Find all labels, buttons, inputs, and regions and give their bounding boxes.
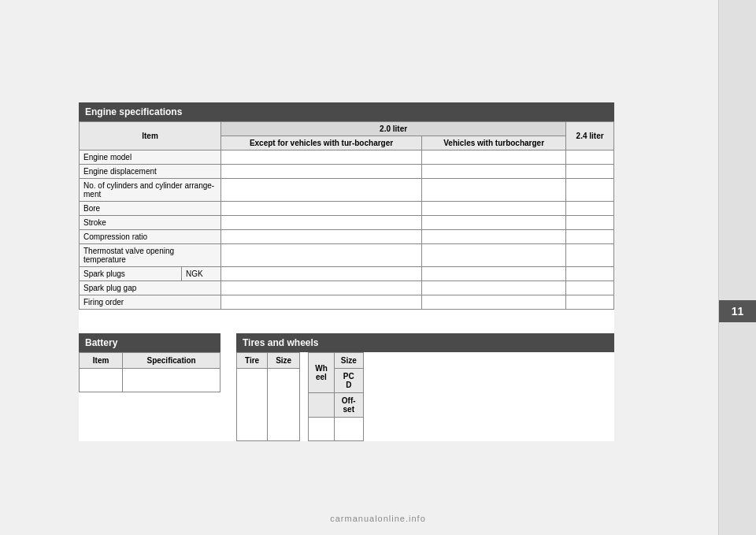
table-row: Bore [80,202,614,216]
table-row: Tire Size [237,353,300,369]
engine-table-2liter-header: 2.0 liter [221,122,566,136]
battery-table: Item Specification [79,352,220,392]
table-row: No. of cylinders and cylinder arrange-me… [80,179,614,202]
firing-order-label: Firing order [80,295,221,310]
stroke-24 [566,216,614,230]
engine-table-turbo-header: Vehicles with turbocharger [422,136,566,150]
table-row [237,369,300,441]
sparkgap-label: Spark plug gap [80,281,221,295]
bore-turbo [422,202,566,216]
sparkplug-brand: NGK [181,267,220,281]
compression-turbo [422,230,566,244]
sparkgap-turbo [422,281,566,295]
engine-displacement-label: Engine displacement [80,165,221,179]
stroke-except [221,216,422,230]
compression-except [221,230,422,244]
battery-item-header: Item [80,353,123,369]
battery-item-cell [80,369,123,392]
sparkgap-24 [566,281,614,295]
battery-spec-header: Specification [123,353,220,369]
bottom-sections: Battery Item Specification [79,333,614,441]
thermostat-24 [566,244,614,267]
engine-model-except [221,150,422,165]
engine-spec-header: Engine specifications [79,102,614,121]
engine-table-24liter-header: 2.4 liter [566,122,614,150]
wheel-offset-header: Off-set [334,393,363,418]
sparkplug-except [221,267,422,281]
tire-table: Tire Size [236,352,300,441]
wheel-table: Wheel Size PCD Off-set [308,352,364,441]
tires-header: Tires and wheels [236,333,614,352]
table-row: Stroke [80,216,614,230]
main-content: Engine specifications Item 2.0 liter 2.4… [79,102,614,441]
battery-spec-cell [123,369,220,392]
cylinders-24 [566,179,614,202]
tire-size-cell [268,369,300,441]
firing-order-turbo [422,295,566,310]
battery-section: Battery Item Specification [79,333,220,441]
engine-model-24 [566,150,614,165]
tab-number: 11 [719,300,756,322]
engine-displacement-24 [566,165,614,179]
sparkplug-inner: Spark plugs NGK [80,267,220,281]
watermark: carmanualonline.info [330,514,426,523]
wheels-table-container: Tire Size [236,352,614,441]
tire-col-header: Tire [237,353,268,369]
wheel-col-header: Wheel [309,353,335,393]
bore-except [221,202,422,216]
cylinders-label: No. of cylinders and cylinder arrange-me… [80,179,221,202]
engine-table: Item 2.0 liter 2.4 liter Except for vehi… [79,121,614,310]
wheel-size-header: Size [334,353,363,369]
page-container: 11 Engine specifications Item 2.0 liter … [0,0,756,535]
sparkplug-label: Spark plugs [80,267,181,281]
engine-displacement-except [221,165,422,179]
table-row: Spark plug gap [80,281,614,295]
engine-model-label: Engine model [80,150,221,165]
table-row: Thermostat valve opening temperature [80,244,614,267]
table-row: Engine displacement [80,165,614,179]
engine-spec-section: Engine specifications Item 2.0 liter 2.4… [79,102,614,310]
engine-table-item-header: Item [80,122,221,150]
table-row: Compression ratio [80,230,614,244]
table-row: Spark plugs NGK [80,267,614,281]
watermark-text: carmanualonline.info [330,514,426,523]
bore-24 [566,202,614,216]
sparkgap-except [221,281,422,295]
table-row: Firing order [80,295,614,310]
thermostat-label: Thermostat valve opening temperature [80,244,221,267]
table-row: Off-set [309,393,364,418]
engine-table-except-header: Except for vehicles with tur-bocharger [221,136,422,150]
tire-size-header: Size [268,353,300,369]
sparkplug-cell: Spark plugs NGK [80,267,221,281]
wheel-spec-cell [334,418,363,441]
wheel-pcd-header: PCD [334,369,363,393]
table-row: Engine model [80,150,614,165]
compression-label: Compression ratio [80,230,221,244]
stroke-turbo [422,216,566,230]
cylinders-turbo [422,179,566,202]
table-row: Item Specification [80,353,220,369]
firing-order-24 [566,295,614,310]
thermostat-except [221,244,422,267]
sparkplug-24 [566,267,614,281]
stroke-label: Stroke [80,216,221,230]
bore-label: Bore [80,202,221,216]
table-row [80,369,220,392]
tires-section: Tires and wheels Tire Size [236,333,614,441]
cylinders-except [221,179,422,202]
table-row [309,418,364,441]
engine-model-turbo [422,150,566,165]
compression-24 [566,230,614,244]
tire-item-cell [237,369,268,441]
firing-order-except [221,295,422,310]
sparkplug-turbo [422,267,566,281]
right-sidebar: 11 [718,0,756,535]
engine-displacement-turbo [422,165,566,179]
wheel-item-cell [309,418,335,441]
thermostat-turbo [422,244,566,267]
table-row: Wheel Size [309,353,364,369]
wheel-placeholder [309,393,335,418]
battery-header: Battery [79,333,220,352]
